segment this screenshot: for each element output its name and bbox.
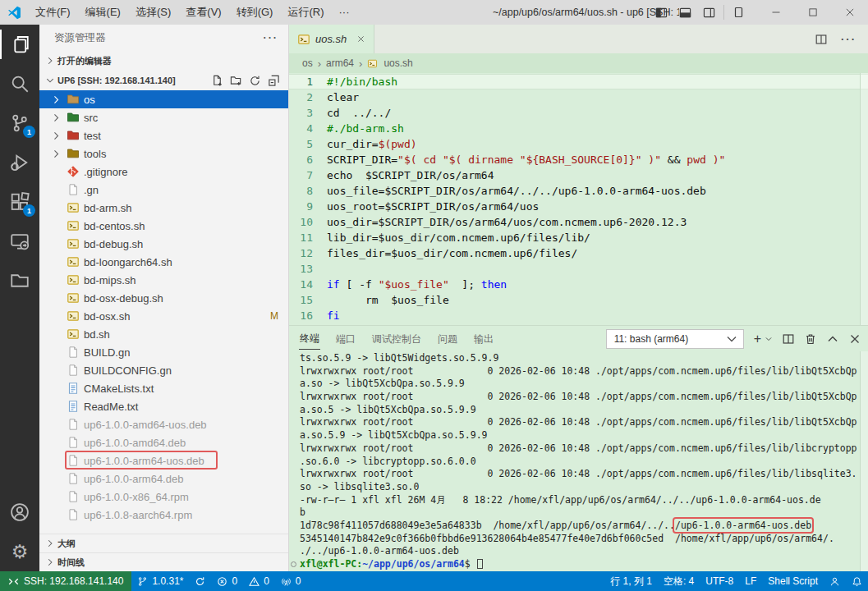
tree-item-BUILDCONFIG.gn[interactable]: BUILDCONFIG.gn — [39, 361, 288, 379]
panel-tab-终端[interactable]: 终端 — [299, 328, 320, 350]
tree-item-up6-1.0.0-amd64-uos.deb[interactable]: up6-1.0.0-amd64-uos.deb — [39, 415, 288, 433]
menu-item-1[interactable]: 编辑(E) — [78, 0, 128, 25]
terminal-shell-select[interactable]: 11: bash (arm64) — [606, 329, 744, 349]
status-language-mode[interactable]: Shell Script — [762, 571, 824, 591]
tree-item-bd-debug.sh[interactable]: bd-debug.sh — [39, 235, 288, 253]
breadcrumb[interactable]: os›arm64›uos.sh — [289, 53, 868, 73]
status-indentation[interactable]: 空格: 4 — [658, 571, 700, 591]
activity-accounts[interactable] — [0, 492, 39, 532]
tree-item-bd-centos.sh[interactable]: bd-centos.sh — [39, 217, 288, 235]
tab-uos-sh[interactable]: uos.sh — [289, 25, 374, 53]
maximize-button[interactable] — [794, 0, 831, 25]
tree-item-up6-1.0.0-arm64.deb[interactable]: up6-1.0.0-arm64.deb — [39, 470, 288, 488]
toggle-panel-icon[interactable] — [679, 7, 691, 19]
menu-item-6[interactable]: ··· — [331, 0, 356, 25]
activity-source-control[interactable]: 1 — [0, 103, 39, 143]
close-button[interactable] — [831, 0, 868, 25]
tree-item-test[interactable]: test — [39, 126, 288, 144]
status-sync[interactable] — [189, 571, 211, 591]
file-icon — [67, 436, 84, 449]
status-cursor-position[interactable]: 行 1, 列 1 — [604, 571, 658, 591]
command-decoration-icon[interactable] — [291, 561, 296, 567]
new-file-icon[interactable] — [211, 75, 223, 87]
kill-terminal-icon[interactable] — [804, 332, 817, 346]
tree-item-bd-arm.sh[interactable]: bd-arm.sh — [39, 199, 288, 217]
panel-tab-调试控制台[interactable]: 调试控制台 — [371, 328, 422, 350]
tree-item-bd-osx-debug.sh[interactable]: bd-osx-debug.sh — [39, 289, 288, 307]
vscode-logo-icon — [0, 6, 28, 20]
menu-item-0[interactable]: 文件(F) — [28, 0, 78, 25]
sidebar-more-actions-icon[interactable]: ··· — [264, 32, 279, 44]
panel-tab-端口[interactable]: 端口 — [335, 328, 356, 350]
status-git-branch[interactable]: 1.0.31* — [131, 571, 189, 591]
status-errors[interactable]: 0 — [211, 571, 243, 591]
tree-item-bd.sh[interactable]: bd.sh — [39, 325, 288, 343]
new-folder-icon[interactable] — [230, 75, 242, 87]
tree-item-up6-1.0.0-arm64-uos.deb[interactable]: up6-1.0.0-arm64-uos.deb — [39, 451, 288, 470]
tree-item-BUILD.gn[interactable]: BUILD.gn — [39, 343, 288, 361]
tree-item-tools[interactable]: tools — [39, 144, 288, 163]
code-editor[interactable]: 1#!/bin/bash2clear3cd ../../4#./bd-arm.s… — [289, 73, 868, 325]
terminal-line: xfl@xfl-PC:~/app/up6/os/arm64$ — [300, 558, 858, 571]
tree-item-up6-1.0.0-x86_64.rpm[interactable]: up6-1.0.0-x86_64.rpm — [39, 488, 288, 506]
status-remote-indicator[interactable]: SSH: 192.168.141.140 — [0, 571, 131, 591]
collapse-all-icon[interactable] — [268, 75, 280, 87]
breadcrumb-item[interactable]: arm64 — [326, 57, 354, 69]
close-panel-icon[interactable] — [848, 332, 861, 346]
editor-more-actions-icon[interactable]: ··· — [841, 33, 857, 45]
tree-item-ReadMe.txt[interactable]: ReadMe.txt — [39, 397, 288, 415]
tree-item-up6-1.0.8-aarch64.rpm[interactable]: up6-1.0.8-aarch64.rpm — [39, 506, 288, 524]
tree-item-bd-mips.sh[interactable]: bd-mips.sh — [39, 271, 288, 289]
tree-item-bd-osx.sh[interactable]: bd-osx.shM — [39, 307, 288, 325]
menu-item-4[interactable]: 转到(G) — [229, 0, 281, 25]
editor-scrollbar[interactable] — [860, 73, 868, 325]
outline-section[interactable]: 大纲 — [39, 534, 288, 552]
activity-run-debug[interactable] — [0, 143, 39, 182]
breadcrumb-item[interactable]: uos.sh — [383, 57, 412, 69]
menu-item-3[interactable]: 查看(V) — [178, 0, 228, 25]
tree-item-label: test — [84, 130, 101, 142]
tree-item-CMakeLists.txt[interactable]: CMakeLists.txt — [39, 379, 288, 397]
minimize-button[interactable] — [757, 0, 794, 25]
split-editor-icon[interactable] — [815, 33, 828, 46]
tree-item-up6-1.0.0-amd64.deb[interactable]: up6-1.0.0-amd64.deb — [39, 433, 288, 451]
terminal-profile-chevron-icon[interactable] — [770, 335, 773, 343]
tree-item-.gitignore[interactable]: .gitignore — [39, 163, 288, 181]
workspace-section-header[interactable]: UP6 [SSH: 192.168.141.140] — [39, 71, 288, 90]
status-ports[interactable]: 0 — [275, 571, 307, 591]
customize-layout-icon[interactable] — [724, 6, 757, 19]
split-terminal-icon[interactable] — [782, 332, 795, 346]
terminal[interactable]: ts.so.5.9 -> libQt5Widgets.so.5.9.9lrwxr… — [289, 351, 868, 571]
line-number: 6 — [289, 152, 327, 167]
refresh-icon[interactable] — [249, 75, 261, 87]
close-tab-icon[interactable] — [356, 34, 365, 44]
activity-search[interactable] — [0, 64, 39, 103]
status-eol[interactable]: LF — [739, 571, 762, 591]
chevron-right-icon — [43, 557, 57, 567]
tree-item-.gn[interactable]: .gn — [39, 181, 288, 199]
activity-settings[interactable]: ⚙ — [0, 532, 39, 571]
status-feedback[interactable] — [824, 571, 846, 591]
chevron-down-icon — [725, 332, 738, 346]
panel-tab-输出[interactable]: 输出 — [473, 328, 494, 350]
status-notifications[interactable] — [846, 571, 868, 591]
activity-explorer-library[interactable] — [0, 261, 39, 300]
activity-extensions[interactable]: 1 — [0, 182, 39, 222]
tree-item-src[interactable]: src — [39, 108, 288, 126]
menu-item-2[interactable]: 选择(S) — [128, 0, 178, 25]
menu-item-5[interactable]: 运行(R) — [280, 0, 331, 25]
timeline-section[interactable]: 时间线 — [39, 552, 288, 571]
status-encoding[interactable]: UTF-8 — [700, 571, 739, 591]
toggle-secondary-sidebar-icon[interactable] — [703, 7, 715, 19]
panel-tab-问题[interactable]: 问题 — [437, 328, 458, 350]
tree-item-os[interactable]: os — [39, 90, 288, 108]
breadcrumb-item[interactable]: os — [302, 57, 313, 69]
activity-remote-explorer[interactable] — [0, 222, 39, 261]
terminal-scrollbar[interactable] — [860, 351, 868, 571]
activity-explorer[interactable] — [0, 25, 39, 64]
tree-item-bd-loongarch64.sh[interactable]: bd-loongarch64.sh — [39, 253, 288, 271]
status-warnings[interactable]: 0 — [243, 571, 275, 591]
maximize-panel-icon[interactable] — [826, 332, 839, 346]
open-editors-section[interactable]: 打开的编辑器 — [39, 51, 288, 71]
new-terminal-icon[interactable]: + — [754, 332, 761, 346]
